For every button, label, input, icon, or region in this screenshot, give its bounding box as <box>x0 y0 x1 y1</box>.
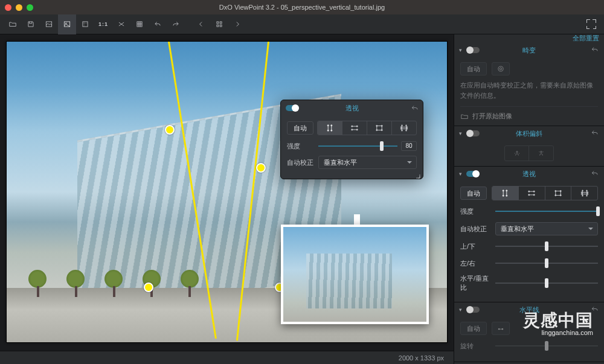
vertical-lines-icon <box>326 124 334 132</box>
perspective-panel-body: 自动 <box>454 181 604 302</box>
distortion-panel-head[interactable]: ▾ 畸变 <box>454 43 604 57</box>
float-panel-toggle[interactable] <box>286 105 299 111</box>
horizon-toggle[interactable] <box>466 307 480 313</box>
float-autocorrect-label: 自动校正 <box>287 158 318 167</box>
main-toolbar: 1:1 <box>0 14 604 34</box>
float-intensity-slider[interactable] <box>318 140 397 152</box>
chevron-down-icon[interactable]: ▾ <box>459 171 466 177</box>
float-intensity-value[interactable]: 80 <box>401 141 417 151</box>
perspective-hvratio-slider[interactable] <box>495 277 598 289</box>
svg-point-71 <box>498 328 500 330</box>
svg-point-58 <box>560 194 561 196</box>
perspective-mode-rectangle[interactable] <box>545 187 572 200</box>
window-minimize[interactable] <box>16 4 22 11</box>
thumbnails-icon <box>215 20 223 28</box>
handle-top-right[interactable] <box>256 163 266 173</box>
show-image-button[interactable] <box>58 14 76 34</box>
volume-horizontal-button[interactable] <box>505 146 529 161</box>
float-auto-button[interactable]: 自动 <box>287 121 313 135</box>
reset-all-button[interactable]: 全部重置 <box>454 34 604 43</box>
window-close[interactable] <box>5 4 11 11</box>
horizon-reset-icon[interactable] <box>591 305 599 315</box>
fit-image-button[interactable] <box>40 14 58 34</box>
svg-rect-7 <box>217 25 219 27</box>
horizon-level-button[interactable] <box>492 322 510 335</box>
svg-rect-8 <box>220 25 222 27</box>
next-image-button[interactable] <box>228 14 246 34</box>
perspective-updown-label: 上/下 <box>460 242 495 251</box>
perspective-mode-vertical[interactable] <box>492 187 519 200</box>
distortion-panel-body: 自动 在应用自动畸变校正之前，需要来自原始图像文件的信息。 打开原始图像 <box>454 57 604 126</box>
chevron-down-icon[interactable]: ▾ <box>459 130 466 136</box>
float-panel-header[interactable]: 透视 <box>281 100 423 116</box>
distortion-reset-icon[interactable] <box>591 45 599 55</box>
horizon-panel-head[interactable]: ▾ 水平线 <box>454 302 604 317</box>
volume-diagonal-button[interactable] <box>529 146 553 161</box>
window-traffic-lights <box>5 4 33 11</box>
thumbnails-button[interactable] <box>210 14 228 34</box>
svg-point-57 <box>555 194 556 196</box>
distortion-custom-button[interactable] <box>492 62 510 75</box>
perspective-mode-horizontal[interactable] <box>519 187 545 200</box>
perspective-reset-icon[interactable] <box>591 169 599 179</box>
open-folder-button[interactable] <box>4 14 22 34</box>
svg-point-39 <box>500 68 502 70</box>
float-mode-group <box>317 121 417 135</box>
perspective-autocorrect-select[interactable]: 垂直和水平 <box>495 222 598 235</box>
svg-point-24 <box>376 129 378 130</box>
one-to-one-label: 1:1 <box>98 21 108 27</box>
float-panel-body: 自动 <box>281 116 423 179</box>
handle-bottom-left[interactable] <box>144 283 153 292</box>
compare-button[interactable] <box>112 14 130 34</box>
perspective-mode-8point[interactable] <box>571 187 597 200</box>
perspective-leftright-slider[interactable] <box>495 257 598 269</box>
person-horizontal-icon <box>513 149 521 158</box>
float-mode-rectangle[interactable] <box>367 121 392 135</box>
float-intensity-label: 强度 <box>287 142 318 151</box>
volume-toggle[interactable] <box>466 130 480 136</box>
fit-screen-button[interactable] <box>76 14 94 34</box>
redo-button[interactable] <box>167 14 185 34</box>
horizontal-lines-icon <box>527 189 536 197</box>
grid-icon <box>135 20 144 28</box>
float-panel-reset-icon[interactable] <box>411 100 419 116</box>
eight-point-icon <box>400 124 408 132</box>
svg-point-55 <box>555 190 556 191</box>
handle-top-left[interactable] <box>165 125 175 135</box>
float-mode-horizontal[interactable] <box>342 121 367 135</box>
arrow-left-icon <box>197 20 205 28</box>
perspective-auto-button[interactable]: 自动 <box>460 187 487 200</box>
distortion-toggle[interactable] <box>466 47 480 53</box>
perspective-float-panel[interactable]: 透视 自动 <box>280 100 423 179</box>
fullscreen-button[interactable] <box>582 14 600 34</box>
zoom-1to1-button[interactable]: 1:1 <box>94 14 112 34</box>
window-title: DxO ViewPoint 3.2 - 05_perspective_verti… <box>0 4 604 11</box>
window-zoom[interactable] <box>27 4 33 11</box>
undo-button[interactable] <box>149 14 167 34</box>
perspective-intensity-slider[interactable] <box>495 205 598 217</box>
horizon-rotate-slider[interactable] <box>495 340 598 352</box>
float-mode-vertical[interactable] <box>318 121 342 135</box>
float-autocorrect-select[interactable]: 垂直和水平 <box>318 156 417 169</box>
prev-image-button[interactable] <box>192 14 210 34</box>
chevron-down-icon[interactable]: ▾ <box>459 307 466 313</box>
perspective-updown-slider[interactable] <box>495 240 598 252</box>
svg-rect-6 <box>220 22 222 24</box>
svg-point-23 <box>381 125 382 126</box>
save-button[interactable] <box>22 14 40 34</box>
svg-rect-54 <box>556 191 561 196</box>
volume-reset-icon[interactable] <box>591 129 599 138</box>
perspective-panel-head[interactable]: ▾ 透视 <box>454 167 604 181</box>
horizon-auto-button[interactable]: 自动 <box>460 322 487 335</box>
redo-icon <box>172 20 180 28</box>
open-original-button[interactable]: 打开原始图像 <box>460 106 598 121</box>
perspective-toggle[interactable] <box>466 171 480 177</box>
distortion-auto-button[interactable]: 自动 <box>460 62 487 75</box>
panel-resize-handle[interactable] <box>415 171 421 177</box>
float-mode-8point[interactable] <box>392 121 416 135</box>
chevron-down-icon[interactable]: ▾ <box>459 47 466 53</box>
image-canvas-area[interactable]: 透视 自动 <box>0 34 454 364</box>
rectangle-icon <box>375 124 384 132</box>
grid-button[interactable] <box>130 14 149 34</box>
volume-panel-head[interactable]: ▾ 体积偏斜 <box>454 126 604 141</box>
